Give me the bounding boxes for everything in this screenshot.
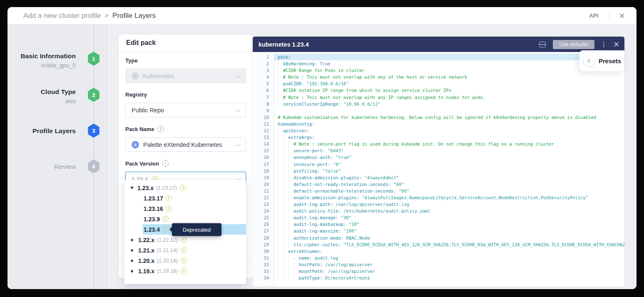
registry-value: Public Repo bbox=[132, 107, 164, 114]
version-option-1.21.x[interactable]: 1.21.x(1.21.14)! bbox=[124, 245, 246, 255]
code-line-6[interactable]: #CIDR notation IP range from which to as… bbox=[274, 87, 624, 94]
code-line-14[interactable]: # Note : secure-port flag is used during… bbox=[274, 141, 624, 147]
version-option-1.22.x[interactable]: 1.22.x(1.22.12)! bbox=[124, 235, 246, 245]
version-latest-label: (1.19.18) bbox=[157, 268, 178, 274]
code-line-10[interactable]: # KubeAdm customization for kubernetes h… bbox=[274, 114, 624, 121]
step-number: 3 bbox=[92, 128, 95, 134]
code-line-9[interactable] bbox=[274, 107, 624, 114]
code-line-20[interactable]: default-not-ready-toleration-seconds: "6… bbox=[274, 181, 624, 188]
warning-icon: ! bbox=[181, 247, 187, 253]
editor-header: kubernetes 1.23.4 Use defaults ⋮ ✕ bbox=[253, 37, 624, 52]
code-line-7[interactable]: # Note : This must not overlap with any … bbox=[274, 94, 624, 101]
code-line-12[interactable]: apiServer: bbox=[274, 127, 624, 134]
top-bar: Add a new cluster profile > Profile Laye… bbox=[7, 7, 637, 24]
warning-icon: ! bbox=[162, 226, 169, 233]
caret-right-icon[interactable] bbox=[131, 249, 134, 252]
version-option-1.20.x[interactable]: 1.20.x(1.20.14)! bbox=[124, 255, 246, 266]
version-latest-label: (1.22.12) bbox=[157, 237, 178, 243]
code-line-30[interactable]: extraVolumes: bbox=[274, 248, 624, 255]
caret-down-icon[interactable] bbox=[130, 187, 134, 189]
code-line-3[interactable]: #CIDR Range for Pods in cluster bbox=[274, 67, 624, 74]
breadcrumb: Add a new cluster profile > Profile Laye… bbox=[23, 12, 156, 20]
code-line-24[interactable]: audit-policy-file: /etc/kubernetes/audit… bbox=[274, 208, 624, 214]
warning-icon: ! bbox=[181, 237, 187, 243]
type-select: Kubernetes bbox=[125, 69, 246, 83]
use-defaults-button[interactable]: Use defaults bbox=[553, 40, 594, 49]
step-cloud-type[interactable]: Cloud Type aws bbox=[7, 88, 76, 104]
code-line-1[interactable]: pack: bbox=[274, 54, 624, 60]
caret-right-icon[interactable] bbox=[131, 259, 134, 262]
warning-icon: ! bbox=[166, 195, 172, 201]
content-area: Basic Information nvidia_gpu_5 1 Cloud T… bbox=[7, 24, 637, 289]
step-label: Review bbox=[7, 163, 76, 171]
code-line-28[interactable]: authorization-mode: RBAC,Node bbox=[274, 235, 624, 241]
code-line-2[interactable]: k8sHardening: True bbox=[274, 60, 624, 67]
close-icon[interactable]: × bbox=[610, 11, 637, 21]
step-profile-layers[interactable]: Profile Layers bbox=[7, 127, 76, 135]
code-line-15[interactable]: secure-port: "6443" bbox=[274, 147, 624, 154]
code-line-25[interactable]: audit-log-maxage: "30" bbox=[274, 214, 624, 221]
code-line-11[interactable]: kubeadmconfig: bbox=[274, 121, 624, 127]
deprecated-tooltip: Deprecated bbox=[172, 223, 221, 236]
caret-right-icon[interactable] bbox=[131, 270, 134, 273]
code-line-8[interactable]: serviceClusterIpRange: "10.96.0.0/12" bbox=[274, 101, 624, 107]
code-line-23[interactable]: audit-log-path: /var/log/apiserver/audit… bbox=[274, 201, 624, 208]
app-window: Add a new cluster profile > Profile Laye… bbox=[7, 7, 637, 289]
version-option-label: 1.23.16 bbox=[144, 205, 163, 212]
info-icon[interactable]: i bbox=[157, 126, 164, 132]
kebab-menu-icon[interactable]: ⋮ bbox=[601, 41, 607, 47]
code-line-31[interactable]: - name: audit-log bbox=[274, 255, 624, 261]
code-line-16[interactable]: anonymous-auth: "true" bbox=[274, 154, 624, 161]
version-option-1.23.17[interactable]: 1.23.17! bbox=[124, 193, 246, 203]
step-number: 2 bbox=[92, 92, 95, 98]
step-basic-information[interactable]: Basic Information nvidia_gpu_5 bbox=[7, 52, 76, 69]
info-icon[interactable]: i bbox=[162, 160, 169, 167]
breadcrumb-parent[interactable]: Add a new cluster profile bbox=[23, 12, 101, 20]
presets-panel: Presets bbox=[579, 50, 624, 71]
registry-select[interactable]: Public Repo bbox=[125, 103, 246, 117]
code-line-5[interactable]: podCIDR: "192.168.0.0/16" bbox=[274, 80, 624, 87]
code-line-32[interactable]: hostPath: /var/log/apiserver bbox=[274, 261, 624, 268]
pack-name-label: Pack Name bbox=[125, 126, 154, 132]
version-option-1.19.x[interactable]: 1.19.x(1.19.18)! bbox=[124, 266, 246, 276]
version-option-label: 1.23.x bbox=[137, 185, 154, 191]
split-editor-icon[interactable] bbox=[538, 41, 547, 48]
version-dropdown: 1.23.x(1.23.17)!1.23.17!1.23.16!1.23.9!1… bbox=[124, 180, 246, 284]
code-line-13[interactable]: extraArgs: bbox=[274, 134, 624, 141]
pack-name-value: Palette eXtended Kubernetes bbox=[143, 141, 222, 148]
type-label: Type bbox=[125, 57, 137, 64]
code-line-4[interactable]: # Note : This must not overlap with any … bbox=[274, 74, 624, 80]
caret-right-icon[interactable] bbox=[131, 238, 134, 242]
code-line-17[interactable]: insecure-port: "0" bbox=[274, 161, 624, 168]
registry-label: Registry bbox=[125, 92, 147, 98]
code-line-22[interactable]: enable-admission-plugins: "AlwaysPullIma… bbox=[274, 194, 624, 201]
code-line-26[interactable]: audit-log-maxbackup: "10" bbox=[274, 221, 624, 228]
step-label: Profile Layers bbox=[7, 127, 76, 135]
chevron-down-icon bbox=[235, 141, 241, 147]
code-line-18[interactable]: profiling: "false" bbox=[274, 168, 624, 174]
code-line-34[interactable]: pathType: DirectoryOrCreate bbox=[274, 275, 624, 281]
breadcrumb-separator: > bbox=[104, 12, 109, 20]
version-option-label: 1.20.x bbox=[138, 257, 154, 264]
step-review[interactable]: Review bbox=[7, 163, 76, 171]
version-option-1.23.4[interactable]: 1.23.4!Deprecated bbox=[124, 224, 246, 235]
code-area[interactable]: 1234567891011121314151617181920212223242… bbox=[253, 52, 624, 287]
version-latest-label: (1.23.17) bbox=[156, 185, 177, 191]
api-link[interactable]: API bbox=[579, 12, 609, 19]
chevron-left-icon bbox=[587, 58, 592, 63]
kubernetes-wheel-icon bbox=[132, 72, 139, 79]
code-line-27[interactable]: audit-log-maxsize: "100" bbox=[274, 228, 624, 234]
code-lines[interactable]: pack: k8sHardening: True #CIDR Range for… bbox=[274, 52, 624, 287]
version-option-1.23.x[interactable]: 1.23.x(1.23.17)! bbox=[124, 183, 246, 193]
chevron-down-icon bbox=[235, 73, 241, 78]
version-option-1.23.16[interactable]: 1.23.16! bbox=[124, 203, 246, 214]
code-line-19[interactable]: disable-admission-plugins: "AlwaysAdmit" bbox=[274, 174, 624, 181]
pack-name-select[interactable]: Palette eXtended Kubernetes bbox=[125, 137, 246, 152]
presets-collapse-button[interactable] bbox=[584, 55, 594, 66]
code-line-29[interactable]: tls-cipher-suites: "TLS_ECDHE_ECDSA_WITH… bbox=[274, 241, 624, 248]
step-sublabel: nvidia_gpu_5 bbox=[7, 62, 76, 69]
editor-close-icon[interactable]: ✕ bbox=[613, 41, 619, 48]
version-option-label: 1.23.17 bbox=[144, 195, 163, 202]
code-line-21[interactable]: default-unreachable-toleration-seconds: … bbox=[274, 188, 624, 194]
code-line-33[interactable]: mountPath: /var/log/apiserver bbox=[274, 268, 624, 275]
